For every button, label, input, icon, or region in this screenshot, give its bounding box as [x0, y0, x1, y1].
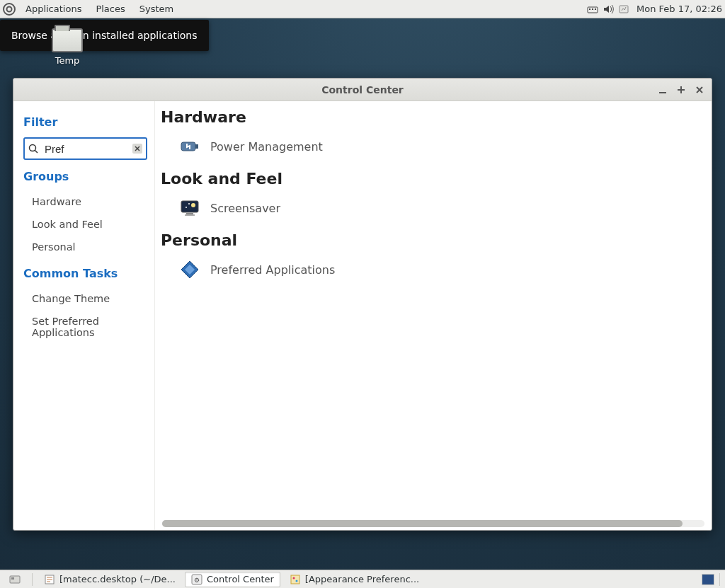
- volume-tray-icon[interactable]: [603, 4, 614, 15]
- appearance-icon: [290, 574, 301, 585]
- workspace-switcher[interactable]: [702, 574, 714, 585]
- window-minimize-button[interactable]: [655, 82, 670, 98]
- groups-list: Hardware Look and Feel Personal: [30, 192, 147, 257]
- window-maximize-button[interactable]: [673, 82, 689, 98]
- taskbar-left: [matecc.desktop (~/De... ⚙ Control Cente…: [3, 572, 426, 587]
- clear-filter-icon[interactable]: [132, 144, 142, 154]
- taskbar-separator: [719, 573, 720, 586]
- distro-logo-icon[interactable]: [3, 3, 16, 16]
- svg-rect-13: [195, 144, 198, 149]
- svg-rect-18: [186, 213, 193, 214]
- filter-input[interactable]: [23, 137, 147, 160]
- menu-system[interactable]: System: [134, 2, 179, 16]
- search-icon: [28, 144, 38, 154]
- svg-point-29: [295, 580, 297, 582]
- task-change-theme[interactable]: Change Theme: [30, 289, 147, 309]
- taskbar-right: [702, 573, 722, 586]
- group-look-and-feel[interactable]: Look and Feel: [30, 214, 147, 234]
- sidebar: Filter Groups Hardware Look and Feel Per…: [13, 101, 155, 530]
- screensaver-icon: [179, 197, 200, 219]
- preferred-applications-icon: [179, 259, 200, 280]
- svg-point-0: [4, 4, 15, 15]
- svg-point-1: [7, 6, 12, 11]
- keyboard-tray-icon[interactable]: [587, 4, 598, 15]
- svg-rect-9: [678, 89, 685, 91]
- groups-heading: Groups: [23, 170, 147, 183]
- show-desktop-button[interactable]: [3, 572, 27, 587]
- show-desktop-icon: [9, 574, 21, 585]
- svg-rect-4: [592, 8, 593, 10]
- taskbar-item-label: [Appearance Preferenc...: [305, 574, 419, 584]
- common-tasks-heading: Common Tasks: [23, 267, 147, 280]
- taskbar-separator: [32, 573, 33, 586]
- menu-places[interactable]: Places: [90, 2, 130, 16]
- tasks-list: Change Theme Set Preferred Applications: [30, 289, 147, 342]
- applet-label: Screensaver: [210, 202, 280, 215]
- taskbar-item-matecc-desktop[interactable]: [matecc.desktop (~/De...: [38, 572, 182, 587]
- top-menubar: Applications Places System: [3, 2, 179, 16]
- svg-text:⚙: ⚙: [194, 577, 200, 584]
- desktop-icon-label: Temp: [55, 55, 80, 66]
- section-heading-look-and-feel: Look and Feel: [161, 170, 706, 188]
- clock[interactable]: Mon Feb 17, 02:26: [636, 4, 722, 14]
- section-heading-hardware: Hardware: [161, 108, 706, 126]
- content-horizontal-scrollbar[interactable]: [162, 520, 704, 527]
- svg-point-17: [188, 203, 190, 204]
- svg-point-16: [185, 207, 187, 208]
- svg-rect-14: [181, 201, 198, 212]
- taskbar-item-control-center[interactable]: ⚙ Control Center: [185, 572, 280, 587]
- svg-rect-23: [11, 577, 14, 580]
- applet-label: Preferred Applications: [210, 263, 335, 277]
- system-tray: Mon Feb 17, 02:26: [587, 4, 722, 15]
- window-title: Control Center: [321, 84, 404, 96]
- window-buttons: [655, 79, 707, 101]
- control-center-window: Control Center Filter: [13, 78, 712, 531]
- window-close-button[interactable]: [692, 82, 707, 98]
- desktop-folder-temp[interactable]: Temp: [46, 28, 89, 66]
- task-set-preferred-applications[interactable]: Set Preferred Applications: [30, 311, 147, 342]
- taskbar-item-label: [matecc.desktop (~/De...: [59, 574, 176, 584]
- svg-rect-19: [185, 214, 195, 216]
- applications-tooltip: Browse and run installed applications: [0, 20, 209, 51]
- group-personal[interactable]: Personal: [30, 237, 147, 257]
- content-pane: Hardware Power Management Look and Feel …: [155, 101, 712, 530]
- section-heading-personal: Personal: [161, 231, 706, 249]
- network-tray-icon[interactable]: [618, 4, 629, 15]
- svg-point-15: [191, 203, 195, 207]
- desktop: Applications Places System Mon Feb 17, 0…: [0, 0, 725, 588]
- svg-rect-7: [659, 92, 666, 93]
- taskbar-item-appearance-preferences[interactable]: [Appearance Preferenc...: [283, 572, 426, 587]
- bottom-taskbar: [matecc.desktop (~/De... ⚙ Control Cente…: [0, 570, 725, 588]
- svg-rect-5: [595, 8, 596, 10]
- text-editor-icon: [44, 574, 55, 585]
- applet-power-management[interactable]: Power Management: [161, 132, 706, 167]
- group-hardware[interactable]: Hardware: [30, 192, 147, 212]
- applet-label: Power Management: [210, 140, 323, 154]
- svg-line-11: [35, 151, 38, 154]
- filter-heading: Filter: [23, 115, 147, 129]
- menu-applications[interactable]: Applications: [20, 2, 87, 16]
- taskbar-item-label: Control Center: [207, 574, 274, 584]
- scrollbar-thumb[interactable]: [162, 520, 683, 527]
- folder-icon: [52, 28, 83, 52]
- power-management-icon: [179, 136, 200, 157]
- top-panel: Applications Places System Mon Feb 17, 0…: [0, 0, 725, 18]
- svg-point-28: [292, 577, 295, 579]
- control-center-icon: ⚙: [191, 574, 202, 585]
- filter-input-wrap: [23, 137, 147, 160]
- window-titlebar[interactable]: Control Center: [13, 79, 712, 101]
- svg-rect-3: [589, 8, 590, 10]
- window-body: Filter Groups Hardware Look and Feel Per…: [13, 101, 712, 530]
- svg-rect-27: [291, 575, 299, 584]
- applet-screensaver[interactable]: Screensaver: [161, 193, 706, 229]
- applet-preferred-applications[interactable]: Preferred Applications: [161, 255, 706, 290]
- svg-point-10: [30, 145, 36, 151]
